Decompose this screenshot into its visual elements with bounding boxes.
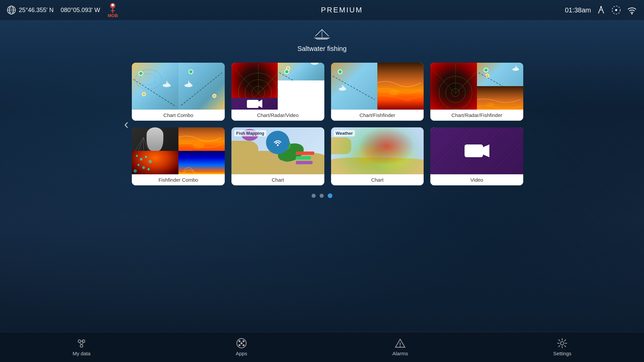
ff-sidescan-left: [132, 151, 178, 174]
svg-line-43: [144, 137, 149, 151]
tile-chart-fishfinder[interactable]: Chart/Fishfinder: [331, 63, 424, 121]
topbar-right: 01:38am: [565, 5, 637, 15]
fm-bar-purple: [296, 161, 313, 164]
tile-video[interactable]: Video: [430, 127, 523, 185]
my-data-icon: [76, 338, 87, 349]
sonar-lines: [377, 63, 424, 110]
svg-line-61: [79, 343, 82, 345]
ff-sonar-top: [178, 127, 225, 151]
tile-chart-combo-label: Chart Combo: [132, 110, 225, 121]
tile-weather-chart[interactable]: Weather Chart: [331, 127, 424, 185]
crf-radar-sweep: [430, 63, 481, 110]
bottom-navigation: My data Apps Alarms Settings: [0, 332, 644, 362]
radar-panel: [231, 63, 278, 98]
svg-point-54: [277, 144, 278, 146]
tile-chart-radar-video[interactable]: Chart/Radar/Video: [231, 63, 324, 121]
ff-sonar-top-lines: [178, 127, 225, 151]
coordinates: 25°46.355' N 080°05.093' W: [7, 5, 100, 15]
tile-fishfinder-combo[interactable]: Fishfinder Combo: [132, 127, 225, 185]
svg-point-15: [631, 13, 633, 14]
prev-arrow[interactable]: ‹: [121, 113, 132, 135]
antenna-icon: [596, 5, 606, 15]
svg-point-59: [80, 345, 83, 347]
svg-line-36: [455, 71, 477, 94]
camera-icon-large: [464, 142, 490, 160]
mob-label: MOB: [108, 13, 118, 18]
tile-fish-mapping-chart[interactable]: Fish Mapping Chart: [231, 127, 324, 185]
settings-icon: [557, 338, 568, 349]
svg-point-52: [133, 169, 137, 173]
svg-line-18: [133, 79, 175, 106]
time-display: 01:38am: [565, 6, 591, 14]
lat-coord: 25°46.355' N: [19, 7, 54, 14]
svg-point-67: [243, 344, 245, 346]
wifi-icon: [627, 5, 637, 15]
dashed-line-4: [331, 63, 377, 110]
tile-grid-wrapper: ‹: [121, 63, 523, 185]
chart-left-panel: [132, 63, 178, 110]
video-display: [430, 127, 523, 174]
svg-point-49: [138, 164, 140, 166]
nav-settings[interactable]: Settings: [540, 335, 585, 360]
dot-1[interactable]: [312, 194, 316, 198]
boat-icon: [312, 27, 332, 43]
svg-line-20: [180, 73, 222, 106]
tile-chart-radar-video-label: Chart/Radar/Video: [231, 110, 324, 121]
tile-fishfinder-combo-image: [132, 127, 225, 174]
nav-apps-label: Apps: [236, 351, 247, 356]
crf-chart-panel: [477, 63, 523, 86]
tile-chart-fishfinder-label: Chart/Fishfinder: [331, 110, 424, 121]
ff-dots-left: [132, 151, 178, 174]
svg-point-47: [145, 156, 147, 158]
tile-chart-radar-fishfinder[interactable]: Chart/Radar/Fishfinder: [430, 63, 523, 121]
tile-chart-combo[interactable]: Chart Combo: [132, 63, 225, 121]
nav-my-data-label: My data: [72, 351, 90, 356]
svg-point-8: [111, 4, 114, 6]
svg-point-64: [238, 340, 240, 342]
alarms-icon: [395, 338, 406, 349]
fm-bar-green: [296, 156, 311, 160]
svg-point-33: [404, 98, 412, 102]
ff-transducer-panel: [132, 127, 178, 151]
topbar: 25°46.355' N 080°05.093' W MOB PREMIUM 0…: [0, 0, 644, 20]
ff-depth-display: [178, 151, 225, 174]
dashed-line-1: [132, 63, 178, 110]
nav-alarms[interactable]: Alarms: [379, 335, 422, 360]
globe-icon: [7, 5, 16, 15]
nav-alarms-label: Alarms: [392, 351, 408, 356]
tile-video-label: Video: [430, 174, 523, 185]
fish-mapping-overlay-label: Fish Mapping: [234, 130, 266, 136]
signal-icon: [611, 5, 621, 15]
svg-marker-56: [483, 144, 489, 157]
tile-fishfinder-combo-label: Fishfinder Combo: [132, 174, 225, 185]
nav-settings-label: Settings: [553, 351, 571, 356]
svg-line-31: [333, 76, 375, 100]
cf-fishfinder-panel: [377, 63, 424, 110]
page-indicators: [312, 193, 332, 198]
purple-stripe: [231, 98, 278, 110]
crv-video-panel: [231, 98, 278, 110]
app-title: PREMIUM: [321, 6, 363, 14]
land-left: [231, 141, 258, 161]
nav-apps[interactable]: Apps: [222, 335, 261, 360]
fish-mapping-display: Fish Mapping: [231, 127, 324, 174]
nav-my-data[interactable]: My data: [59, 335, 104, 360]
dot-2[interactable]: [320, 194, 324, 198]
svg-point-48: [149, 160, 152, 163]
fishfinder-combo-grid: [132, 127, 225, 174]
crf-fishfinder-panel: [477, 86, 523, 110]
svg-point-66: [238, 344, 240, 346]
svg-line-23: [258, 69, 282, 94]
dot-3[interactable]: [328, 193, 332, 198]
tile-chart-radar-fishfinder-image: [430, 63, 523, 110]
mob-button[interactable]: MOB: [107, 2, 119, 18]
svg-point-65: [243, 340, 245, 342]
svg-rect-55: [465, 144, 483, 157]
svg-point-14: [615, 9, 617, 11]
crf-radar-panel: [430, 63, 477, 110]
svg-line-22: [279, 73, 321, 80]
tile-chart-fishfinder-image: [331, 63, 424, 110]
svg-point-12: [600, 6, 602, 7]
svg-line-35: [479, 73, 521, 86]
tile-chart-combo-image: [132, 63, 225, 110]
